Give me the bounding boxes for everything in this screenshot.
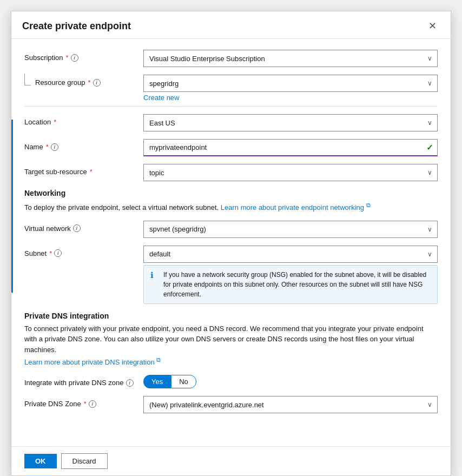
nsg-info-box: ℹ If you have a network security group (… [143, 265, 438, 304]
left-accent-bar [11, 120, 13, 293]
networking-desc: To deploy the private endpoint, select a… [24, 201, 438, 213]
private-dns-zone-row: Private DNS Zone * i (New) privatelink.e… [24, 396, 438, 413]
subscription-info-icon[interactable]: i [71, 54, 78, 62]
rg-control: spegridrg Create new [143, 75, 438, 102]
vnet-select[interactable]: spvnet (spegridrg) [143, 221, 438, 238]
vnet-select-wrapper: spvnet (spegridrg) [143, 221, 438, 238]
private-dns-desc: To connect privately with your private e… [24, 323, 438, 367]
location-row: Location * East US [24, 114, 438, 131]
resource-group-label: Resource group * i [24, 75, 143, 87]
target-sub-resource-row: Target sub-resource * topic [24, 164, 438, 181]
dns-zone-select[interactable]: (New) privatelink.eventgrid.azure.net [143, 396, 438, 413]
tsr-select-wrapper: topic [143, 164, 438, 181]
name-label: Name * i [24, 139, 143, 151]
dns-toggle-control: Yes No [143, 375, 438, 388]
dialog-title: Create private endpoint [22, 21, 131, 32]
networking-title: Networking [24, 189, 438, 197]
name-info-icon[interactable]: i [51, 143, 58, 151]
private-dns-section: Private DNS integration To connect priva… [24, 312, 438, 413]
rg-select[interactable]: spegridrg [143, 75, 438, 92]
subnet-select[interactable]: default [143, 246, 438, 263]
vnet-control: spvnet (spegridrg) [143, 221, 438, 238]
rg-select-wrapper: spegridrg [143, 75, 438, 92]
subscription-label: Subscription * i [24, 50, 143, 62]
location-label: Location * [24, 114, 143, 126]
discard-button[interactable]: Discard [61, 453, 108, 469]
name-input-wrap: ✓ [143, 139, 438, 156]
private-dns-zone-label: Private DNS Zone * i [24, 396, 143, 408]
info-circle-icon: ℹ [150, 270, 159, 281]
create-private-endpoint-dialog: Create private endpoint ✕ Subscription *… [11, 11, 451, 476]
divider-1 [24, 106, 438, 107]
dns-toggle: Yes No [143, 375, 438, 388]
rg-required: * [88, 78, 91, 87]
dns-toggle-no[interactable]: No [171, 375, 196, 388]
virtual-network-label: Virtual network i [24, 221, 143, 233]
external-link-icon: ⧉ [366, 202, 371, 208]
integrate-dns-row: Integrate with private DNS zone i Yes No [24, 375, 438, 388]
dns-zone-info-icon[interactable]: i [89, 400, 96, 408]
subnet-control: default ℹ If you have a network security… [143, 246, 438, 304]
create-new-link[interactable]: Create new [143, 94, 438, 102]
dns-zone-required: * [84, 400, 87, 408]
rg-tree [24, 80, 33, 85]
subnet-info-icon[interactable]: i [54, 249, 62, 257]
subscription-required: * [66, 54, 69, 62]
ok-button[interactable]: OK [24, 454, 57, 468]
integrate-dns-info-icon[interactable]: i [126, 379, 134, 387]
tsr-control: topic [143, 164, 438, 181]
private-dns-learn-more-link[interactable]: Learn more about private DNS integration… [24, 358, 161, 366]
dialog-footer: OK Discard [11, 446, 451, 475]
location-select-wrapper: East US [143, 114, 438, 131]
dns-toggle-yes[interactable]: Yes [143, 375, 171, 388]
tsr-required: * [90, 168, 93, 176]
name-control: ✓ [143, 139, 438, 156]
dns-zone-select-wrapper: (New) privatelink.eventgrid.azure.net [143, 396, 438, 413]
resource-group-row: Resource group * i spegridrg Create new [24, 75, 438, 102]
name-input[interactable] [143, 139, 438, 156]
name-checkmark-icon: ✓ [426, 143, 433, 153]
integrate-dns-label: Integrate with private DNS zone i [24, 375, 143, 387]
name-row: Name * i ✓ [24, 139, 438, 156]
subnet-label: Subnet * i [24, 246, 143, 257]
location-required: * [54, 118, 56, 126]
subnet-select-wrapper: default [143, 246, 438, 263]
rg-info-icon[interactable]: i [93, 79, 101, 87]
vnet-info-icon[interactable]: i [73, 224, 81, 232]
dialog-header: Create private endpoint ✕ [11, 11, 451, 39]
tsr-select[interactable]: topic [143, 164, 438, 181]
virtual-network-row: Virtual network i spvnet (spegridrg) [24, 221, 438, 238]
subscription-control: Visual Studio Enterprise Subscription [143, 50, 438, 67]
private-dns-title: Private DNS integration [24, 312, 438, 320]
subnet-row: Subnet * i default ℹ If you have a netwo… [24, 246, 438, 304]
name-required: * [46, 143, 49, 151]
location-select[interactable]: East US [143, 114, 438, 131]
location-control: East US [143, 114, 438, 131]
dialog-body: Subscription * i Visual Studio Enterpris… [11, 39, 451, 446]
subscription-row: Subscription * i Visual Studio Enterpris… [24, 50, 438, 67]
rg-tree-lines [24, 74, 31, 85]
subscription-select[interactable]: Visual Studio Enterprise Subscription [143, 50, 438, 67]
target-sub-resource-label: Target sub-resource * [24, 164, 143, 176]
subnet-required: * [49, 249, 52, 257]
close-button[interactable]: ✕ [425, 20, 440, 32]
subscription-select-wrapper: Visual Studio Enterprise Subscription [143, 50, 438, 67]
dns-external-link-icon: ⧉ [156, 356, 161, 362]
networking-section: Networking To deploy the private endpoin… [24, 189, 438, 304]
dns-zone-control: (New) privatelink.eventgrid.azure.net [143, 396, 438, 413]
networking-learn-more-link[interactable]: Learn more about private endpoint networ… [221, 203, 371, 211]
